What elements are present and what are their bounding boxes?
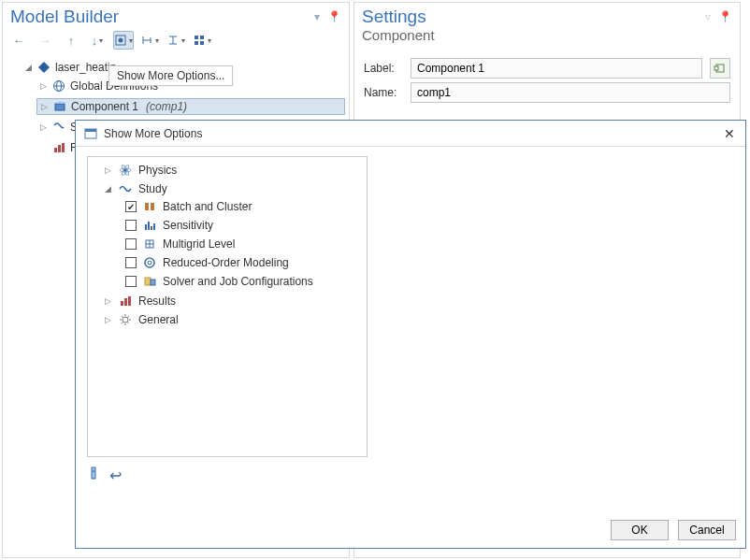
study-item[interactable]: Multigrid Level bbox=[116, 235, 365, 253]
svg-rect-18 bbox=[54, 148, 57, 152]
pin-icon[interactable]: 📍 bbox=[718, 10, 732, 23]
svg-rect-34 bbox=[153, 223, 155, 230]
gear-icon bbox=[118, 312, 133, 327]
study-icon bbox=[51, 120, 66, 135]
checkbox[interactable] bbox=[125, 238, 137, 250]
collapse-tree-button[interactable]: ▾ bbox=[166, 31, 186, 50]
model-builder-toolbar: ← → ↑ ↓▾ ▾ ▾ ▾ ▾ bbox=[3, 27, 349, 55]
checkbox[interactable] bbox=[125, 276, 137, 287]
svg-rect-42 bbox=[121, 301, 123, 306]
svg-rect-54 bbox=[92, 467, 95, 479]
study-item-label: Reduced-Order Modeling bbox=[163, 256, 289, 269]
dialog-icon bbox=[83, 126, 98, 141]
svg-rect-22 bbox=[714, 66, 718, 70]
study-item-icon bbox=[142, 218, 157, 233]
settings-subtitle: Component bbox=[354, 27, 740, 47]
nav-up-button[interactable]: ↑ bbox=[61, 31, 81, 50]
svg-rect-8 bbox=[195, 36, 198, 39]
study-item-icon bbox=[142, 199, 157, 214]
svg-rect-17 bbox=[57, 102, 65, 104]
nav-forward-button[interactable]: → bbox=[35, 31, 55, 50]
results-cat-icon bbox=[118, 294, 133, 309]
show-more-options-button[interactable]: ▾ bbox=[113, 31, 134, 50]
study-item[interactable]: Sensitivity bbox=[116, 216, 365, 235]
cat-physics[interactable]: ▷ Physics bbox=[103, 161, 365, 179]
dialog-buttons: OK Cancel bbox=[76, 512, 745, 548]
svg-point-39 bbox=[148, 261, 151, 265]
svg-rect-43 bbox=[124, 298, 127, 306]
study-item[interactable]: Reduced-Order Modeling bbox=[116, 253, 365, 272]
svg-rect-41 bbox=[151, 280, 155, 285]
svg-rect-29 bbox=[145, 203, 149, 210]
svg-marker-12 bbox=[38, 62, 50, 73]
svg-rect-16 bbox=[55, 104, 65, 110]
svg-line-53 bbox=[122, 323, 123, 324]
svg-rect-24 bbox=[85, 129, 96, 132]
model-builder-title: Model Builder bbox=[10, 7, 119, 27]
globe-icon bbox=[51, 79, 66, 93]
study-item[interactable]: Batch and Cluster bbox=[116, 197, 365, 216]
cat-study[interactable]: ◢ Study Batch and ClusterSensitivityMult… bbox=[103, 179, 365, 292]
svg-point-38 bbox=[145, 258, 154, 267]
model-root-icon bbox=[36, 60, 51, 75]
expand-all-button[interactable] bbox=[87, 467, 100, 484]
label-caption: Label: bbox=[364, 62, 403, 75]
show-more-options-dialog: Show More Options ✕ ▷ Physics ◢ bbox=[75, 120, 746, 549]
study-item-icon bbox=[142, 274, 157, 289]
nav-down-button[interactable]: ↓▾ bbox=[87, 31, 108, 50]
study-cat-icon bbox=[118, 181, 133, 196]
settings-title: Settings bbox=[362, 7, 426, 27]
svg-rect-55 bbox=[92, 470, 95, 472]
svg-rect-40 bbox=[145, 278, 151, 285]
options-tree: ▷ Physics ◢ Study Bat bbox=[87, 156, 368, 457]
svg-point-1 bbox=[119, 38, 123, 43]
cat-results[interactable]: ▷ Results bbox=[103, 292, 365, 310]
study-item-label: Multigrid Level bbox=[163, 237, 235, 251]
results-icon bbox=[51, 140, 66, 155]
cancel-button[interactable]: Cancel bbox=[678, 520, 736, 540]
nav-back-button[interactable]: ← bbox=[8, 31, 29, 50]
svg-rect-44 bbox=[128, 296, 131, 306]
svg-line-51 bbox=[128, 323, 130, 324]
tooltip: Show More Options... bbox=[108, 65, 233, 86]
svg-rect-20 bbox=[62, 143, 65, 152]
svg-rect-31 bbox=[145, 224, 147, 230]
svg-rect-30 bbox=[151, 203, 154, 210]
cat-general[interactable]: ▷ General bbox=[103, 310, 365, 329]
svg-line-50 bbox=[122, 316, 123, 318]
study-item-label: Batch and Cluster bbox=[163, 200, 252, 213]
name-caption: Name: bbox=[364, 86, 403, 99]
name-field[interactable] bbox=[411, 82, 730, 103]
svg-rect-9 bbox=[200, 36, 204, 39]
study-item-label: Solver and Job Configurations bbox=[163, 275, 313, 288]
expand-tree-button[interactable]: ▾ bbox=[139, 31, 160, 50]
close-button[interactable]: ✕ bbox=[721, 126, 738, 141]
link-label-button[interactable] bbox=[710, 58, 730, 79]
physics-icon bbox=[118, 163, 133, 178]
component-icon bbox=[52, 99, 67, 114]
undo-button[interactable]: ↩ bbox=[109, 467, 122, 484]
svg-rect-33 bbox=[151, 226, 152, 230]
checkbox[interactable] bbox=[125, 257, 137, 268]
layout-button[interactable]: ▾ bbox=[192, 31, 212, 50]
study-item[interactable]: Solver and Job Configurations bbox=[116, 272, 365, 291]
pin-icon[interactable]: 📍 bbox=[327, 10, 341, 23]
svg-rect-32 bbox=[148, 222, 150, 230]
tree-node-component[interactable]: ▷ Component 1 (comp1) bbox=[36, 96, 345, 117]
dialog-title: Show More Options bbox=[104, 127, 202, 140]
label-field[interactable] bbox=[411, 58, 702, 79]
study-item-label: Sensitivity bbox=[163, 219, 213, 232]
ok-button[interactable]: OK bbox=[611, 520, 669, 540]
svg-rect-10 bbox=[195, 41, 198, 45]
study-item-icon bbox=[142, 237, 157, 251]
checkbox[interactable] bbox=[125, 220, 137, 231]
dropdown-icon[interactable]: ▿ bbox=[705, 10, 711, 23]
svg-rect-11 bbox=[200, 41, 204, 45]
dropdown-icon[interactable]: ▾ bbox=[314, 10, 320, 23]
svg-rect-19 bbox=[58, 145, 61, 152]
svg-point-45 bbox=[123, 317, 128, 323]
study-item-icon bbox=[142, 255, 157, 270]
svg-line-52 bbox=[128, 316, 130, 318]
checkbox[interactable] bbox=[125, 201, 137, 212]
